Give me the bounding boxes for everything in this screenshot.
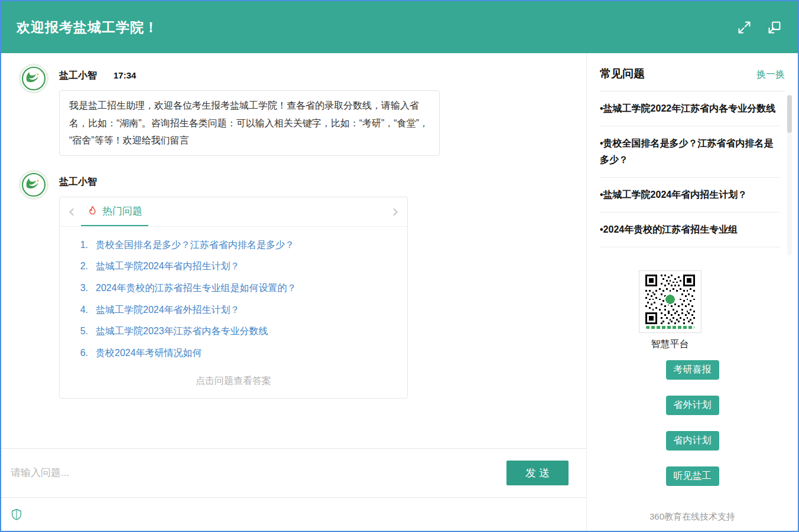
pop-out-icon[interactable] xyxy=(766,19,782,35)
qr-code xyxy=(639,270,701,333)
hot-question-link[interactable]: 2. 盐城工学院2024年省内招生计划？ xyxy=(74,260,393,273)
support-footer: 360教育在线技术支持 xyxy=(587,505,798,531)
hot-questions-tab: 热门问题 xyxy=(81,197,148,226)
expand-icon[interactable] xyxy=(736,19,752,35)
faq-refresh-link[interactable]: 换一换 xyxy=(756,68,785,81)
bot-message-welcome: 盐工小智 17:34 我是盐工招生助理，欢迎各位考生报考盐城工学院！查各省的录取… xyxy=(19,64,572,156)
faq-scrollbar-thumb[interactable] xyxy=(787,95,792,133)
qr-caption-decoration xyxy=(646,326,694,329)
page-title: 欢迎报考盐城工学院！ xyxy=(17,18,158,37)
sidebar-button-kaoyan[interactable]: 考研喜报 xyxy=(666,360,719,380)
header-icons xyxy=(736,19,782,35)
hot-questions-hint: 点击问题查看答案 xyxy=(60,370,407,398)
faq-item[interactable]: •盐城工学院2024年省内招生计划？ xyxy=(600,178,780,213)
hot-question-link[interactable]: 5. 盐城工学院2023年江苏省内各专业分数线 xyxy=(74,325,393,338)
hot-questions-title: 热门问题 xyxy=(102,204,142,218)
shield-icon[interactable] xyxy=(10,507,23,521)
welcome-message-bubble: 我是盐工招生助理，欢迎各位考生报考盐城工学院！查各省的录取分数线，请输入省名，比… xyxy=(59,90,440,156)
question-input[interactable] xyxy=(9,466,506,479)
window-header: 欢迎报考盐城工学院！ xyxy=(1,1,798,53)
hot-question-link[interactable]: 1. 贵校全国排名是多少？江苏省省内排名是多少？ xyxy=(74,239,393,252)
bot-avatar xyxy=(19,170,48,200)
hot-question-link[interactable]: 6. 贵校2024年考研情况如何 xyxy=(74,347,393,360)
chevron-right-icon[interactable]: › xyxy=(392,204,399,218)
sidebar: 常见问题 换一换 •盐城工学院2022年江苏省内各专业分数线 •贵校全国排名是多… xyxy=(586,53,798,531)
hot-question-link[interactable]: 4. 盐城工学院2024年省外招生计划？ xyxy=(74,303,393,316)
faq-title: 常见问题 xyxy=(600,66,645,81)
bot-name: 盐工小智 xyxy=(59,176,97,188)
chat-window: 欢迎报考盐城工学院！ xyxy=(0,0,799,532)
qr-label: 智慧平台 xyxy=(651,338,689,351)
flame-icon xyxy=(87,205,98,217)
hot-questions-list: 1. 贵校全国排名是多少？江苏省省内排名是多少？ 2. 盐城工学院2024年省内… xyxy=(60,227,407,371)
sidebar-button-shengwai[interactable]: 省外计划 xyxy=(666,396,719,415)
qr-section: 智慧平台 xyxy=(587,270,798,351)
sidebar-button-shengnei[interactable]: 省内计划 xyxy=(666,431,719,451)
sidebar-buttons: 考研喜报 省外计划 省内计划 听见盐工 xyxy=(587,360,798,486)
faq-item[interactable]: •盐城工学院2022年江苏省内各专业分数线 xyxy=(600,92,780,126)
hot-questions-card: ‹ 热门问题 › xyxy=(59,197,408,399)
bot-message-hot-questions: 盐工小智 ‹ 热门问题 xyxy=(19,170,572,399)
chat-input-area: 发 送 xyxy=(1,448,586,531)
message-list: 盐工小智 17:34 我是盐工招生助理，欢迎各位考生报考盐城工学院！查各省的录取… xyxy=(1,53,586,448)
hot-question-link[interactable]: 3. 2024年贵校的江苏省招生专业组是如何设置的？ xyxy=(74,282,393,295)
chevron-left-icon[interactable]: ‹ xyxy=(68,204,75,218)
chat-column: 盐工小智 17:34 我是盐工招生助理，欢迎各位考生报考盐城工学院！查各省的录取… xyxy=(1,53,586,531)
sidebar-button-tingjian[interactable]: 听见盐工 xyxy=(666,466,719,486)
faq-item[interactable]: •2024年贵校的江苏省招生专业组 xyxy=(600,213,780,247)
faq-list: •盐城工学院2022年江苏省内各专业分数线 •贵校全国排名是多少？江苏省省内排名… xyxy=(600,92,792,261)
faq-item[interactable]: •贵校全国排名是多少？江苏省省内排名是多少？ xyxy=(600,126,780,178)
bot-avatar xyxy=(19,64,48,93)
send-button[interactable]: 发 送 xyxy=(506,461,569,485)
chat-toolbar xyxy=(1,497,586,531)
bot-name: 盐工小智 xyxy=(59,70,97,82)
message-time: 17:34 xyxy=(113,70,136,80)
faq-scrollbar[interactable] xyxy=(787,95,792,256)
